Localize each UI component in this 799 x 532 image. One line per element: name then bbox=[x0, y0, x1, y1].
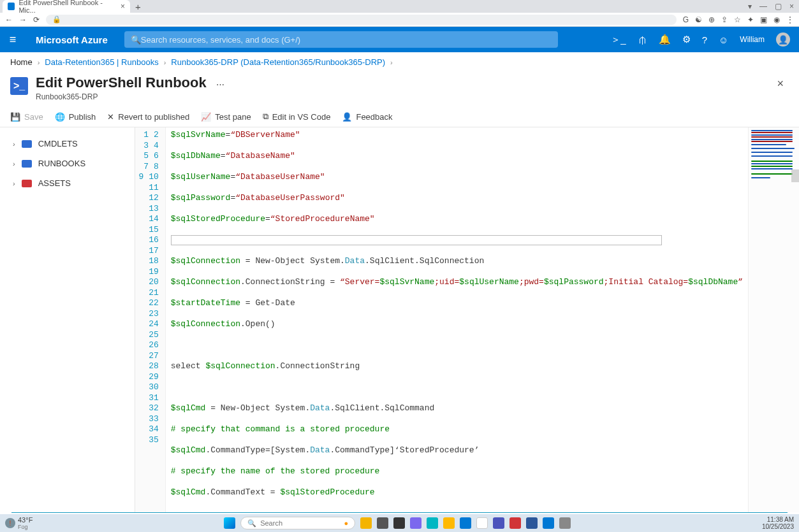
help-icon[interactable]: ? bbox=[702, 34, 707, 45]
taskbar-app-icon[interactable] bbox=[377, 517, 388, 529]
command-bar: 💾Save 🌐Publish ✕Revert to published 📈Tes… bbox=[0, 106, 799, 127]
notifications-icon[interactable]: 🔔 bbox=[659, 34, 671, 45]
start-button[interactable] bbox=[224, 517, 235, 529]
person-icon: 👤 bbox=[342, 112, 352, 122]
windows-taskbar: ! 43°F Fog 🔍 ● 11:38 AM 10/25/2023 bbox=[0, 514, 799, 532]
taskbar-search-input[interactable] bbox=[260, 519, 340, 527]
chrome-min-icon[interactable]: ▾ bbox=[748, 2, 752, 11]
taskbar-search[interactable]: 🔍 ● bbox=[240, 517, 355, 529]
save-icon: 💾 bbox=[10, 112, 20, 122]
chrome-close-icon[interactable]: × bbox=[789, 2, 794, 11]
filter-icon[interactable]: ⫛ bbox=[638, 34, 647, 45]
powershell-icon: >_ bbox=[10, 77, 28, 95]
new-tab-button[interactable]: + bbox=[130, 1, 146, 12]
google-icon[interactable]: G bbox=[683, 15, 689, 24]
settings-icon[interactable]: ⚙ bbox=[682, 34, 691, 45]
azure-brand[interactable]: Microsoft Azure bbox=[26, 34, 118, 45]
tab-close-icon[interactable]: × bbox=[121, 2, 125, 11]
extensions-icon[interactable]: ✦ bbox=[747, 15, 754, 24]
taskbar-app-icon[interactable] bbox=[526, 517, 538, 529]
chart-icon: 📈 bbox=[201, 112, 211, 122]
close-blade-button[interactable]: × bbox=[772, 75, 789, 93]
side-group-runbooks[interactable]: › RUNBOOKS bbox=[0, 154, 135, 173]
user-name[interactable]: William bbox=[740, 35, 765, 44]
share-icon[interactable]: ⇪ bbox=[721, 15, 728, 24]
code-editor[interactable]: 1 2 3 4 5 6 7 8 9 10 11 12 13 14 15 16 1… bbox=[135, 127, 799, 512]
feedback-icon[interactable]: ☺ bbox=[719, 34, 728, 45]
chevron-right-icon: › bbox=[390, 59, 393, 66]
revert-button[interactable]: ✕Revert to published bbox=[107, 111, 189, 122]
taskbar-app-icon[interactable] bbox=[543, 517, 554, 529]
url-bar[interactable]: 🔒 bbox=[46, 15, 677, 25]
weather-cond: Fog bbox=[18, 524, 33, 530]
taskbar-app-icon[interactable] bbox=[360, 517, 372, 529]
clock-time: 11:38 AM bbox=[762, 516, 794, 523]
clock-date: 10/25/2023 bbox=[762, 523, 794, 530]
side-group-assets[interactable]: › ASSETS bbox=[0, 173, 135, 193]
chrome-min2-icon[interactable]: — bbox=[759, 2, 767, 11]
chevron-right-icon: › bbox=[13, 160, 15, 168]
azure-search[interactable]: 🔍 bbox=[124, 31, 558, 48]
azure-favicon-icon bbox=[8, 3, 15, 10]
taskbar-app-icon[interactable] bbox=[410, 517, 421, 529]
save-button[interactable]: 💾Save bbox=[10, 111, 43, 122]
azure-search-input[interactable] bbox=[141, 35, 552, 45]
minimap[interactable] bbox=[748, 127, 799, 512]
chevron-right-icon: › bbox=[13, 180, 15, 187]
side-group-cmdlets[interactable]: › CMDLETS bbox=[0, 134, 135, 154]
breadcrumb: Home › Data-Retention365 | Runbooks › Ru… bbox=[0, 52, 799, 72]
code-area[interactable]: $sqlSvrName=“DBServerName" $sqlDbName=“D… bbox=[166, 127, 748, 512]
browser-tab[interactable]: Edit PowerShell Runbook - Mic... × bbox=[3, 0, 130, 13]
zoom-icon[interactable]: ⊕ bbox=[708, 15, 715, 24]
minimap-scroll-thumb[interactable] bbox=[791, 169, 799, 182]
publish-button[interactable]: 🌐Publish bbox=[55, 111, 96, 122]
test-pane-button[interactable]: 📈Test pane bbox=[201, 111, 251, 122]
browser-tab-strip: Edit PowerShell Runbook - Mic... × + ▾ —… bbox=[0, 0, 799, 13]
cloud-shell-icon[interactable]: ＞_ bbox=[611, 34, 626, 46]
crumb-home[interactable]: Home bbox=[10, 57, 33, 67]
taskbar-app-icon[interactable] bbox=[559, 517, 571, 529]
taskbar-app-icon[interactable] bbox=[493, 517, 504, 529]
forward-button[interactable]: → bbox=[19, 15, 27, 24]
lock-icon: 🔒 bbox=[52, 15, 61, 24]
taskbar-app-icon[interactable] bbox=[476, 517, 488, 529]
assets-icon bbox=[22, 180, 32, 187]
vscode-icon: ⧉ bbox=[263, 111, 268, 122]
taskbar-clock[interactable]: 11:38 AM 10/25/2023 bbox=[757, 516, 799, 530]
globe-icon: 🌐 bbox=[55, 112, 65, 122]
search-icon: 🔍 bbox=[247, 519, 256, 528]
chevron-right-icon: › bbox=[38, 59, 40, 66]
crumb-runbooks[interactable]: Data-Retention365 | Runbooks bbox=[45, 57, 158, 67]
menu-icon[interactable]: ⋮ bbox=[786, 15, 794, 24]
download-icon[interactable]: ▣ bbox=[760, 15, 767, 24]
chevron-right-icon: › bbox=[13, 140, 15, 148]
edit-vscode-button[interactable]: ⧉Edit in VS Code bbox=[263, 111, 331, 122]
side-label: ASSETS bbox=[38, 178, 71, 188]
tab-title: Edit PowerShell Runbook - Mic... bbox=[18, 0, 117, 14]
browser-toolbar: ← → ⟳ 🔒 G ☯ ⊕ ⇪ ☆ ✦ ▣ ◉ ⋮ bbox=[0, 13, 799, 27]
taskbar-weather[interactable]: ! 43°F Fog bbox=[0, 516, 38, 530]
translate-icon[interactable]: ☯ bbox=[695, 15, 702, 24]
reload-button[interactable]: ⟳ bbox=[33, 15, 40, 24]
side-label: CMDLETS bbox=[38, 139, 78, 148]
search-orb-icon: ● bbox=[344, 519, 348, 527]
profile-icon[interactable]: ◉ bbox=[773, 15, 780, 24]
runbooks-icon bbox=[22, 160, 32, 168]
revert-icon: ✕ bbox=[107, 112, 114, 122]
taskbar-app-icon[interactable] bbox=[393, 517, 405, 529]
bookmark-icon[interactable]: ☆ bbox=[734, 15, 741, 24]
taskbar-app-icon[interactable] bbox=[427, 517, 438, 529]
taskbar-app-icon[interactable] bbox=[460, 517, 471, 529]
chrome-max-icon[interactable]: ▢ bbox=[775, 2, 782, 11]
feedback-button[interactable]: 👤Feedback bbox=[342, 111, 392, 122]
side-label: RUNBOOKS bbox=[38, 159, 85, 168]
divider bbox=[11, 512, 788, 513]
user-avatar-icon[interactable]: 👤 bbox=[776, 32, 790, 47]
taskbar-app-icon[interactable] bbox=[443, 517, 455, 529]
back-button[interactable]: ← bbox=[5, 15, 13, 24]
azure-header: ≡ Microsoft Azure 🔍 ＞_ ⫛ 🔔 ⚙ ? ☺ William… bbox=[0, 27, 799, 52]
more-actions-button[interactable]: ⋯ bbox=[216, 80, 224, 89]
crumb-runbook-drp[interactable]: Runbook365-DRP (Data-Retention365/Runboo… bbox=[171, 57, 385, 67]
taskbar-app-icon[interactable] bbox=[509, 517, 521, 529]
menu-toggle-icon[interactable]: ≡ bbox=[0, 33, 26, 47]
